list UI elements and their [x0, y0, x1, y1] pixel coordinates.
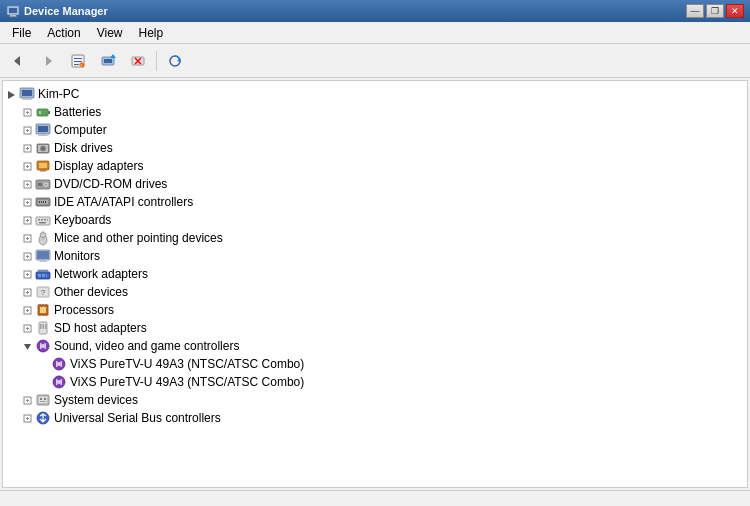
- tree-item-computer[interactable]: Computer: [3, 121, 747, 139]
- status-bar: [0, 490, 750, 506]
- expander-sound[interactable]: [19, 338, 35, 354]
- minimize-button[interactable]: —: [686, 4, 704, 18]
- svg-rect-95: [42, 274, 45, 277]
- expander-display[interactable]: [19, 158, 35, 174]
- menu-action[interactable]: Action: [39, 24, 88, 42]
- vixs2-label: ViXS PureTV-U 49A3 (NTSC/ATSC Combo): [70, 375, 304, 389]
- usb-label: Universal Serial Bus controllers: [54, 411, 221, 425]
- tree-item-disk[interactable]: Disk drives: [3, 139, 747, 157]
- svg-marker-20: [8, 91, 15, 99]
- svg-rect-140: [44, 398, 46, 400]
- svg-rect-87: [37, 251, 49, 259]
- mice-label: Mice and other pointing devices: [54, 231, 223, 245]
- svg-rect-9: [74, 64, 79, 65]
- svg-rect-28: [37, 109, 48, 116]
- restore-button[interactable]: ❐: [706, 4, 724, 18]
- forward-button[interactable]: [34, 48, 62, 74]
- tree-item-sound[interactable]: Sound, video and game controllers: [3, 337, 747, 355]
- expander-usb[interactable]: [19, 410, 35, 426]
- computer-icon: [19, 86, 35, 102]
- expander-network[interactable]: [19, 266, 35, 282]
- menu-view[interactable]: View: [89, 24, 131, 42]
- expander-root[interactable]: [3, 86, 19, 102]
- tree-item-keyboard[interactable]: Keyboards: [3, 211, 747, 229]
- display-label: Display adapters: [54, 159, 143, 173]
- menu-bar: File Action View Help: [0, 22, 750, 44]
- expander-other[interactable]: [19, 284, 35, 300]
- svg-rect-37: [38, 136, 48, 137]
- svg-rect-29: [48, 111, 50, 114]
- title-buttons: — ❐ ✕: [686, 4, 744, 18]
- svg-rect-23: [23, 98, 31, 100]
- uninstall-button[interactable]: [124, 48, 152, 74]
- tree-item-batteries[interactable]: Batteries: [3, 103, 747, 121]
- svg-rect-35: [38, 126, 48, 132]
- vixs1-icon: [51, 356, 67, 372]
- back-button[interactable]: [4, 48, 32, 74]
- tree-item-system[interactable]: System devices: [3, 391, 747, 409]
- tree-item-network[interactable]: Network adapters: [3, 265, 747, 283]
- tree-item-root[interactable]: Kim-PC: [3, 85, 747, 103]
- svg-rect-129: [61, 361, 63, 367]
- computer-label: Computer: [54, 123, 107, 137]
- svg-rect-119: [43, 324, 45, 329]
- expander-sdhost[interactable]: [19, 320, 35, 336]
- svg-rect-128: [56, 361, 58, 367]
- svg-point-131: [57, 380, 61, 384]
- svg-rect-89: [39, 262, 47, 263]
- batteries-label: Batteries: [54, 105, 101, 119]
- properties-button[interactable]: i: [64, 48, 92, 74]
- usb-icon: [35, 410, 51, 426]
- expander-dvd[interactable]: [19, 176, 35, 192]
- expander-keyboard[interactable]: [19, 212, 35, 228]
- expander-ide[interactable]: [19, 194, 35, 210]
- svg-rect-141: [40, 401, 46, 402]
- expander-vixs2: [35, 374, 51, 390]
- title-text: Device Manager: [24, 5, 108, 17]
- tree-item-ide[interactable]: IDE ATA/ATAPI controllers: [3, 193, 747, 211]
- network-label: Network adapters: [54, 267, 148, 281]
- tree-item-monitors[interactable]: Monitors: [3, 247, 747, 265]
- svg-rect-74: [47, 219, 48, 221]
- system-label: System devices: [54, 393, 138, 407]
- menu-help[interactable]: Help: [131, 24, 172, 42]
- tree-item-processors[interactable]: Processors: [3, 301, 747, 319]
- mice-icon: [35, 230, 51, 246]
- expander-monitors[interactable]: [19, 248, 35, 264]
- expander-system[interactable]: [19, 392, 35, 408]
- expander-mice[interactable]: [19, 230, 35, 246]
- svg-rect-118: [40, 324, 42, 329]
- tree-item-vixs2[interactable]: ViXS PureTV-U 49A3 (NTSC/ATSC Combo): [3, 373, 747, 391]
- expander-batteries[interactable]: [19, 104, 35, 120]
- update-driver-button[interactable]: [94, 48, 122, 74]
- tree-item-mice[interactable]: Mice and other pointing devices: [3, 229, 747, 247]
- svg-rect-97: [38, 270, 48, 272]
- svg-rect-94: [38, 274, 41, 277]
- svg-rect-120: [45, 324, 47, 329]
- tree-item-usb[interactable]: Universal Serial Bus controllers: [3, 409, 747, 427]
- tree-item-display[interactable]: Display adapters: [3, 157, 747, 175]
- svg-marker-4: [14, 56, 20, 66]
- close-button[interactable]: ✕: [726, 4, 744, 18]
- batteries-icon: [35, 104, 51, 120]
- expander-disk[interactable]: [19, 140, 35, 156]
- svg-rect-132: [56, 379, 58, 385]
- svg-marker-121: [24, 344, 31, 350]
- tree-item-sdhost[interactable]: SD host adapters: [3, 319, 747, 337]
- scan-button[interactable]: [161, 48, 189, 74]
- svg-rect-1: [9, 8, 17, 13]
- ide-icon: [35, 194, 51, 210]
- svg-rect-7: [74, 58, 82, 59]
- vixs2-icon: [51, 374, 67, 390]
- expander-processors[interactable]: [19, 302, 35, 318]
- svg-point-127: [57, 362, 61, 366]
- expander-computer[interactable]: [19, 122, 35, 138]
- menu-file[interactable]: File: [4, 24, 39, 42]
- tree-item-vixs1[interactable]: ViXS PureTV-U 49A3 (NTSC/ATSC Combo): [3, 355, 747, 373]
- tree-item-dvd[interactable]: DVD/CD-ROM drives: [3, 175, 747, 193]
- svg-rect-133: [61, 379, 63, 385]
- tree-item-other[interactable]: ? Other devices: [3, 283, 747, 301]
- device-tree[interactable]: Kim-PC Batteries: [2, 80, 748, 488]
- svg-point-123: [41, 344, 45, 348]
- toolbar: i: [0, 44, 750, 78]
